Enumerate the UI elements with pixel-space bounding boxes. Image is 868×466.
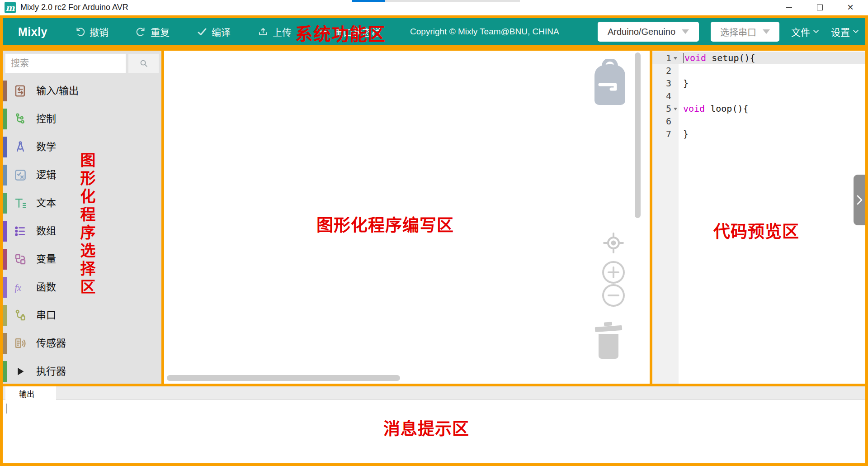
category-color-bar [3, 249, 7, 270]
category-color-bar [3, 137, 7, 157]
annotation-system-function-area: 系统功能区 [295, 20, 386, 45]
redo-icon [136, 26, 146, 37]
mixly-window: m Mixly 2.0 rc2 For Arduino AVR × Mixly … [0, 0, 868, 466]
category-color-bar [3, 305, 7, 326]
keyword-token: void [684, 52, 706, 64]
line-number: 5 [652, 102, 679, 115]
category-color-bar [3, 221, 7, 242]
annotation-code-preview-area: 代码预览区 [713, 218, 799, 243]
search-button[interactable] [128, 53, 159, 73]
code-text: } [679, 128, 689, 140]
undo-icon [75, 26, 85, 37]
zoom-in-button[interactable] [602, 261, 625, 284]
toolbar-item-label: 重复 [151, 25, 170, 38]
code-text: } [679, 77, 689, 90]
category-label: 串口 [36, 301, 56, 329]
menu-label: 设置 [831, 25, 850, 38]
category-label: 执行器 [36, 357, 66, 384]
keyword-token: void [683, 102, 705, 115]
line-number: 1 [652, 52, 679, 64]
minimize-button[interactable] [778, 0, 799, 14]
toolbar-item-label: 编译 [212, 25, 231, 38]
sidebar-item-control[interactable]: 控制 [3, 105, 161, 133]
function-icon: fx [14, 281, 27, 294]
category-label: 函数 [36, 273, 56, 301]
trash-icon[interactable] [594, 321, 623, 359]
sidebar-item-io[interactable]: 输入/输出 [3, 77, 161, 105]
sidebar-item-sensor[interactable]: 传感器 [3, 329, 161, 357]
category-label: 文本 [36, 189, 56, 217]
code-line-5: 5void loop(){ [652, 102, 865, 115]
code-token: } [683, 77, 689, 90]
fold-marker-icon[interactable] [674, 57, 677, 60]
maximize-icon [817, 5, 823, 10]
sidebar-item-serial[interactable]: 串口 [3, 301, 161, 329]
menu-settings[interactable]: 设置 [831, 25, 859, 38]
category-label: 逻辑 [36, 161, 56, 189]
collapse-panel-handle[interactable] [854, 175, 865, 225]
line-number: 6 [652, 115, 679, 128]
toolbar-item-upload[interactable]: 上传 [258, 25, 292, 38]
chevron-down-icon [813, 29, 819, 34]
category-color-bar [3, 333, 7, 354]
board-select-value: Arduino/Genuino [608, 27, 675, 37]
toolbar-item-undo[interactable]: 撤销 [75, 25, 108, 38]
code-line-1: 1void setup(){ [652, 52, 865, 64]
toolbar-item-compile[interactable]: 编译 [197, 25, 231, 38]
code-token: loop(){ [705, 102, 748, 115]
upload-icon [258, 26, 269, 37]
close-button[interactable]: × [840, 0, 861, 14]
titlebar: m Mixly 2.0 rc2 For Arduino AVR × [0, 0, 868, 15]
category-label: 控制 [36, 105, 56, 133]
line-number: 7 [652, 128, 679, 140]
board-select-dropdown[interactable]: Arduino/Genuino [598, 22, 699, 42]
tab-output[interactable]: 输出 [5, 386, 56, 400]
category-label: 传感器 [36, 329, 66, 357]
code-token: } [683, 128, 689, 140]
maximize-button[interactable] [809, 0, 830, 14]
copyright-text: Copyright © Mixly Team@BNU, CHINA [410, 27, 559, 37]
array-icon [14, 224, 27, 238]
category-color-bar [3, 193, 7, 214]
search-icon [139, 58, 149, 68]
port-select-dropdown[interactable]: 选择串口 [711, 22, 779, 42]
chevron-down-icon [853, 29, 859, 34]
menu-file[interactable]: 文件 [791, 25, 819, 38]
sidebar-item-actuator[interactable]: 执行器 [3, 357, 161, 384]
math-icon [14, 140, 27, 154]
line-number: 4 [652, 90, 679, 102]
canvas-horizontal-scrollbar[interactable] [167, 375, 400, 381]
message-tabstrip: 输出 [3, 386, 865, 400]
code-line-7: 7} [652, 128, 865, 140]
fold-marker-icon[interactable] [674, 108, 677, 110]
zoom-out-button[interactable] [602, 284, 625, 307]
chevron-right-icon [855, 194, 863, 206]
svg-text:fx: fx [15, 283, 22, 293]
annotation-block-select-area: 图形化程序选择区 [76, 152, 98, 297]
canvas-vertical-scrollbar[interactable] [635, 52, 641, 218]
actuator-icon [14, 365, 27, 378]
code-text [679, 64, 683, 77]
toolbar-item-label: 撤销 [90, 25, 108, 38]
toolbar-right: Arduino/Genuino 选择串口 文件设置 [598, 22, 859, 42]
category-label: 变量 [36, 245, 56, 273]
progress-bar-fill [352, 0, 385, 2]
port-select-value: 选择串口 [720, 25, 756, 38]
toolbar-menus: 文件设置 [791, 25, 859, 38]
code-text [679, 115, 683, 128]
toolbar-item-redo[interactable]: 重复 [136, 25, 170, 38]
code-lines: 1void setup(){23}45void loop(){67} [652, 52, 865, 140]
code-text: void setup(){ [679, 52, 755, 64]
annotation-message-area: 消息提示区 [383, 415, 469, 440]
code-token: setup(){ [706, 52, 755, 64]
category-color-bar [3, 81, 7, 101]
progress-bar-track [352, 0, 520, 2]
search-input[interactable] [5, 53, 126, 73]
code-line-3: 3} [652, 77, 865, 90]
code-text [679, 90, 683, 102]
compile-icon [197, 26, 208, 37]
mixly-brand[interactable]: Mixly [18, 25, 47, 38]
center-view-button[interactable] [603, 232, 624, 254]
backpack-icon[interactable] [588, 59, 632, 106]
code-preview-panel: 1void setup(){23}45void loop(){67} [650, 48, 868, 386]
